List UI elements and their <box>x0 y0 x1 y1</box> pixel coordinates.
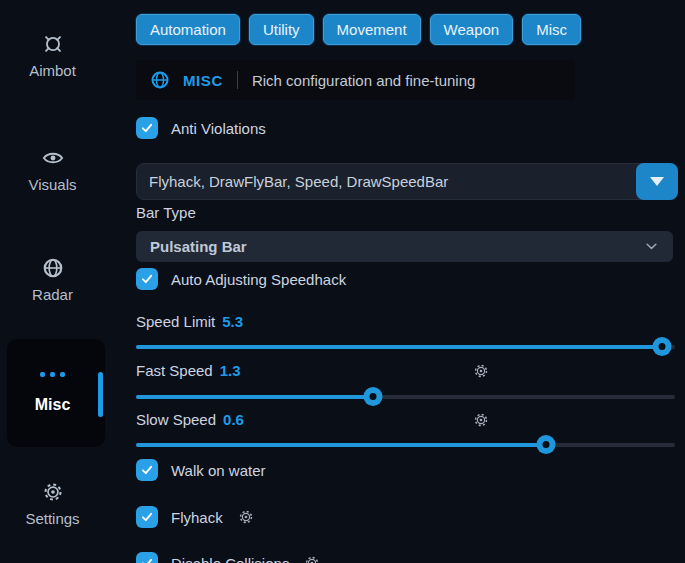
crosshair-icon <box>42 33 64 55</box>
checkbox-label: Auto Adjusting Speedhack <box>171 271 346 288</box>
slider-value: 5.3 <box>222 313 243 330</box>
slow-speed-label: Slow Speed0.6 <box>136 411 244 428</box>
multiselect-value: Flyhack, DrawFlyBar, Speed, DrawSpeedBar <box>149 173 448 190</box>
checkbox-row-flyhack[interactable]: Flyhack <box>136 506 254 528</box>
checkbox-checked[interactable] <box>136 459 158 481</box>
gear-icon[interactable] <box>238 509 254 525</box>
sidebar-item-misc-active[interactable]: Misc <box>7 339 105 447</box>
sidebar-item-label: Aimbot <box>29 62 76 79</box>
sidebar-item-label: Settings <box>25 510 79 527</box>
tab-movement[interactable]: Movement <box>323 14 421 45</box>
category-tabs: Automation Utility Movement Weapon Misc <box>136 14 581 45</box>
slider-name: Speed Limit <box>136 313 215 330</box>
check-icon <box>140 463 154 477</box>
select-value: Pulsating Bar <box>150 238 247 255</box>
slider-name: Slow Speed <box>136 411 216 428</box>
slow-speed-slider[interactable] <box>136 435 675 454</box>
eye-icon <box>42 147 64 169</box>
checkbox-row-walk-on-water[interactable]: Walk on water <box>136 459 265 481</box>
bar-type-select[interactable]: Pulsating Bar <box>136 231 673 262</box>
fast-speed-label: Fast Speed1.3 <box>136 362 241 379</box>
feature-multiselect[interactable]: Flyhack, DrawFlyBar, Speed, DrawSpeedBar <box>136 163 678 200</box>
checkbox-label: Anti Violations <box>171 120 266 137</box>
chevron-down-icon <box>644 239 659 254</box>
dots-icon <box>7 372 98 377</box>
check-icon <box>140 556 154 563</box>
slider-handle[interactable] <box>652 337 671 356</box>
checkbox-checked[interactable] <box>136 506 158 528</box>
dropdown-open-button[interactable] <box>636 163 678 200</box>
dropdown-triangle-icon <box>650 177 664 186</box>
checkbox-checked[interactable] <box>136 268 158 290</box>
checkbox-checked[interactable] <box>136 552 158 563</box>
slider-value: 0.6 <box>223 411 244 428</box>
check-icon <box>140 510 154 524</box>
globe-icon <box>150 70 170 90</box>
speed-limit-slider[interactable] <box>136 337 675 356</box>
section-header: MISC Rich configuration and fine-tuning <box>136 60 575 100</box>
slider-name: Fast Speed <box>136 362 213 379</box>
section-subtitle: Rich configuration and fine-tuning <box>252 72 475 89</box>
gear-icon <box>42 481 64 503</box>
slider-value: 1.3 <box>220 362 241 379</box>
check-icon <box>140 272 154 286</box>
slider-fill <box>136 395 373 399</box>
checkbox-checked[interactable] <box>136 117 158 139</box>
gear-icon[interactable] <box>473 363 489 379</box>
sidebar-item-label: Misc <box>7 396 98 414</box>
checkbox-label: Disable Collisions <box>171 555 289 563</box>
active-accent-bar <box>98 372 103 417</box>
tab-misc[interactable]: Misc <box>522 14 581 45</box>
checkbox-label: Walk on water <box>171 462 265 479</box>
checkbox-row-auto-adjusting-speedhack[interactable]: Auto Adjusting Speedhack <box>136 268 346 290</box>
gear-icon[interactable] <box>304 555 320 563</box>
gear-icon[interactable] <box>473 412 489 428</box>
slider-fill <box>136 345 662 349</box>
sidebar-item-label: Visuals <box>28 176 76 193</box>
checkbox-label: Flyhack <box>171 509 223 526</box>
sidebar: Aimbot Visuals Radar Misc Settings <box>0 0 112 563</box>
tab-weapon[interactable]: Weapon <box>430 14 514 45</box>
slider-fill <box>136 443 546 447</box>
bar-type-label: Bar Type <box>136 204 196 221</box>
fast-speed-slider[interactable] <box>136 387 675 406</box>
globe-icon <box>42 257 64 279</box>
sidebar-item-aimbot[interactable]: Aimbot <box>0 33 105 79</box>
sidebar-item-settings[interactable]: Settings <box>0 481 105 527</box>
sidebar-item-radar[interactable]: Radar <box>0 257 105 303</box>
checkbox-row-anti-violations[interactable]: Anti Violations <box>136 117 266 139</box>
section-title: MISC <box>183 72 223 89</box>
check-icon <box>140 121 154 135</box>
checkbox-row-disable-collisions[interactable]: Disable Collisions <box>136 552 320 563</box>
header-divider <box>237 71 238 89</box>
sidebar-item-visuals[interactable]: Visuals <box>0 147 105 193</box>
tab-utility[interactable]: Utility <box>249 14 314 45</box>
speed-limit-label: Speed Limit5.3 <box>136 313 243 330</box>
slider-handle[interactable] <box>536 435 555 454</box>
cheat-menu-window: Aimbot Visuals Radar Misc Settings Autom… <box>0 0 685 563</box>
tab-automation[interactable]: Automation <box>136 14 240 45</box>
slider-handle[interactable] <box>364 387 383 406</box>
sidebar-item-label: Radar <box>32 286 73 303</box>
